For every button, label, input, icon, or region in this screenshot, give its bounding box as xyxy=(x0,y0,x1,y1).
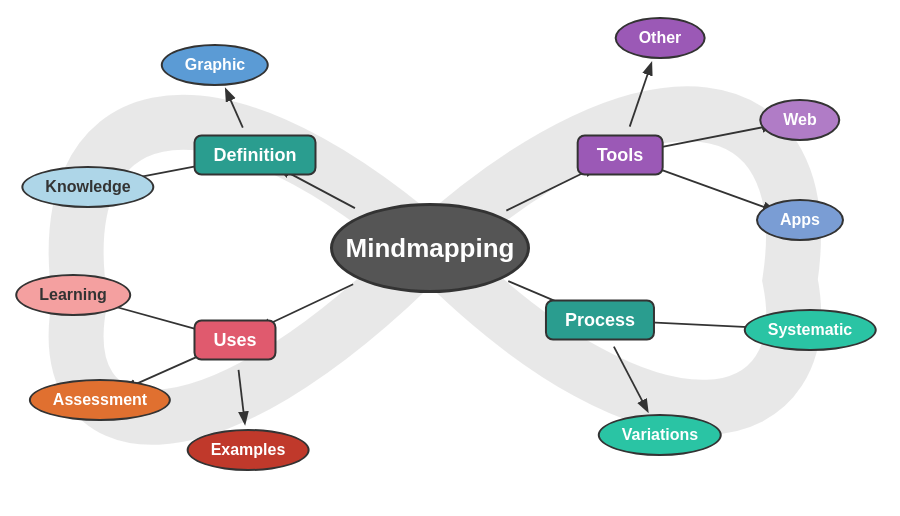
svg-line-10 xyxy=(614,347,647,411)
svg-line-13 xyxy=(239,370,245,422)
node-web: Web xyxy=(759,99,840,141)
svg-line-8 xyxy=(648,165,773,210)
mindmap-canvas: Mindmapping DefinitionToolsUsesProcessGr… xyxy=(0,0,900,516)
node-graphic: Graphic xyxy=(161,44,269,86)
svg-line-6 xyxy=(630,64,651,126)
node-learning: Learning xyxy=(15,274,131,316)
node-systematic: Systematic xyxy=(744,309,877,351)
svg-line-4 xyxy=(226,91,242,128)
node-tools: Tools xyxy=(577,135,664,176)
node-examples: Examples xyxy=(187,429,310,471)
node-knowledge: Knowledge xyxy=(21,166,154,208)
node-uses: Uses xyxy=(193,320,276,361)
node-process: Process xyxy=(545,300,655,341)
center-label: Mindmapping xyxy=(346,233,515,264)
svg-line-7 xyxy=(649,125,772,149)
node-apps: Apps xyxy=(756,199,844,241)
center-node: Mindmapping xyxy=(330,203,530,293)
node-assessment: Assessment xyxy=(29,379,171,421)
node-other: Other xyxy=(615,17,706,59)
node-variations: Variations xyxy=(598,414,722,456)
node-definition: Definition xyxy=(194,135,317,176)
